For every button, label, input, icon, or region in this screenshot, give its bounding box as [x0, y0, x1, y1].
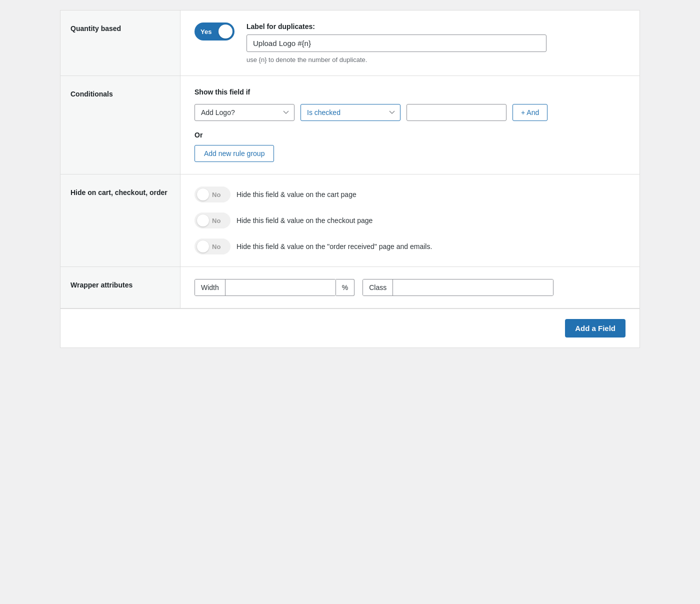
width-input[interactable]: [226, 280, 336, 296]
hide-order-toggle[interactable]: No: [194, 238, 230, 254]
quantity-based-label: Quantity based: [60, 10, 180, 76]
toggle-knob-no: [197, 214, 209, 226]
class-input[interactable]: [393, 280, 553, 296]
add-rule-group-button[interactable]: Add new rule group: [194, 145, 274, 162]
conditionals-row: Conditionals Show this field if Add Logo…: [60, 76, 640, 174]
hide-on-cart-label: Hide on cart, checkout, order: [60, 174, 180, 266]
conditionals-content: Show this field if Add Logo? Is checked …: [180, 76, 640, 174]
toggle-yes-label: Yes: [196, 28, 214, 36]
settings-form: Quantity based Yes Label for duplicates:…: [60, 10, 640, 348]
wrapper-attrs-container: Width % Class: [194, 279, 626, 296]
condition-field-select[interactable]: Add Logo?: [194, 104, 294, 121]
list-item: No Hide this field & value on the checko…: [194, 212, 626, 228]
quantity-based-row: Quantity based Yes Label for duplicates:…: [60, 10, 640, 76]
toggle-no-label: No: [209, 217, 220, 224]
class-wrapper: Class: [362, 279, 554, 296]
condition-row: Add Logo? Is checked + And: [194, 104, 626, 121]
list-item: No Hide this field & value on the "order…: [194, 238, 626, 254]
wrapper-attributes-row: Wrapper attributes Width % Class: [60, 267, 640, 308]
class-label: Class: [363, 280, 393, 296]
quantity-toggle[interactable]: Yes: [194, 22, 234, 40]
percent-symbol: %: [336, 279, 354, 296]
wrapper-attributes-content: Width % Class: [180, 267, 640, 308]
show-this-field-if-label: Show this field if: [194, 88, 626, 96]
and-button[interactable]: + And: [512, 104, 548, 121]
toggle-no-label: No: [209, 191, 220, 198]
label-for-duplicates-hint: use {n} to denote the number of duplicat…: [246, 56, 626, 64]
hide-cart-toggle[interactable]: No: [194, 186, 230, 202]
hide-order-text: Hide this field & value on the "order re…: [236, 242, 432, 250]
toggle-knob-no: [197, 188, 209, 200]
hide-cart-text: Hide this field & value on the cart page: [236, 190, 356, 198]
label-for-duplicates-title: Label for duplicates:: [246, 22, 626, 30]
hide-on-cart-row: Hide on cart, checkout, order No Hide th…: [60, 174, 640, 267]
label-for-duplicates-input[interactable]: [246, 34, 546, 52]
toggle-knob: [218, 24, 232, 38]
footer-bar: Add a Field: [60, 308, 640, 348]
label-for-duplicates-area: Label for duplicates: use {n} to denote …: [246, 22, 626, 64]
hide-checkout-toggle[interactable]: No: [194, 212, 230, 228]
hide-checkout-text: Hide this field & value on the checkout …: [236, 216, 372, 224]
hide-options-list: No Hide this field & value on the cart p…: [194, 186, 626, 254]
hide-on-cart-content: No Hide this field & value on the cart p…: [180, 174, 640, 266]
toggle-no-label: No: [209, 243, 220, 250]
list-item: No Hide this field & value on the cart p…: [194, 186, 626, 202]
width-wrapper: Width: [194, 279, 336, 296]
conditionals-label: Conditionals: [60, 76, 180, 174]
width-label: Width: [195, 280, 226, 296]
wrapper-attributes-label: Wrapper attributes: [60, 267, 180, 308]
condition-operator-select[interactable]: Is checked: [300, 104, 400, 121]
quantity-based-content: Yes Label for duplicates: use {n} to den…: [180, 10, 640, 76]
condition-value-input[interactable]: [406, 104, 506, 121]
add-field-button[interactable]: Add a Field: [565, 319, 626, 338]
or-label: Or: [194, 131, 626, 139]
toggle-knob-no: [197, 240, 209, 252]
quantity-toggle-area: Yes Label for duplicates: use {n} to den…: [194, 22, 626, 64]
